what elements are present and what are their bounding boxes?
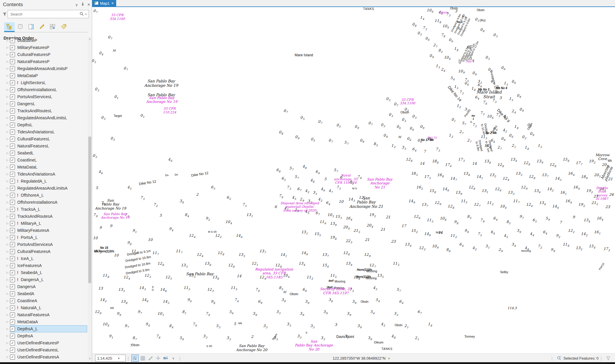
layer-visibility-checkbox[interactable]: ✓ — [10, 66, 15, 71]
layer-row[interactable]: ▷✓!IceA_L — [0, 255, 88, 262]
layer-visibility-checkbox[interactable]: ✓ — [10, 151, 15, 156]
layer-row[interactable]: ▷✓!LightSectorsL — [0, 79, 88, 86]
expander-icon[interactable]: ▷ — [6, 313, 9, 316]
north-arrow-icon[interactable]: N — [163, 355, 169, 361]
filter-icon[interactable] — [2, 11, 8, 17]
scale-dropdown-icon[interactable]: ▾ — [112, 357, 125, 360]
layer-row[interactable]: ▷✓!SeabedA_L — [0, 269, 88, 276]
expander-icon[interactable]: ▷ — [6, 95, 9, 98]
layer-row[interactable]: ▷✓RegulatedAreasAndLimitsP — [0, 65, 88, 72]
expander-icon[interactable]: ▷ — [6, 159, 9, 161]
layer-visibility-checkbox[interactable]: ✓ — [10, 94, 15, 99]
layer-row[interactable]: ▷✓MilitaryFeaturesA — [0, 227, 88, 234]
layer-visibility-checkbox[interactable]: ✓ — [10, 235, 15, 240]
tab-close-icon[interactable]: × — [111, 1, 114, 6]
list-by-editing-button[interactable] — [37, 22, 47, 31]
layer-row[interactable]: ▷✓PortsAndServicesA — [0, 241, 88, 248]
snapping-toggle-icon[interactable] — [131, 355, 138, 362]
layer-visibility-checkbox[interactable]: ✓ — [10, 115, 15, 120]
expander-icon[interactable]: ▷ — [6, 250, 9, 253]
layer-visibility-checkbox[interactable]: ✓ — [10, 249, 15, 254]
scale-combobox[interactable]: 1:14,425 ▾ — [95, 355, 126, 362]
layer-visibility-checkbox[interactable]: ✓ — [10, 179, 15, 184]
layer-row[interactable]: ▷✓MetaDataP — [0, 72, 88, 79]
list-by-labeling-button[interactable] — [58, 22, 69, 31]
layer-visibility-checkbox[interactable]: ✓ — [10, 207, 15, 212]
expander-icon[interactable]: ▷ — [6, 236, 9, 239]
layer-row[interactable]: ▷✓CulturalFeaturesA — [0, 248, 88, 255]
layer-row[interactable]: ▷✓MetaDataA — [0, 318, 88, 325]
search-icon[interactable] — [80, 12, 84, 17]
layer-visibility-checkbox[interactable]: ✓ — [10, 73, 15, 78]
zoom-to-selection-icon[interactable] — [556, 355, 562, 361]
layer-row[interactable]: ▷✓OffshoreInstallationsL — [0, 86, 88, 93]
layer-row[interactable]: ▷✓IceFeaturesA — [0, 262, 88, 269]
search-options-chevron-icon[interactable]: ∨ — [85, 13, 87, 16]
layer-visibility-checkbox[interactable]: ✓ — [10, 137, 15, 142]
layer-row[interactable]: ▷✓TracksAndRoutesL — [0, 107, 88, 114]
layer-row[interactable]: ▷✓CulturalFeaturesP — [0, 51, 88, 58]
layer-row[interactable]: ▷✓CulturalFeaturesL — [0, 135, 88, 142]
expander-icon[interactable]: ▷ — [6, 334, 9, 337]
expander-icon[interactable]: ▷ — [6, 292, 9, 295]
expander-icon[interactable]: ▷ — [6, 356, 9, 358]
expander-icon[interactable]: ▷ — [6, 208, 9, 211]
expander-icon[interactable]: ▷ — [6, 229, 9, 232]
expander-icon[interactable]: ▷ — [6, 243, 9, 246]
layer-row[interactable]: ▷✓SeabedL — [0, 149, 88, 157]
expander-icon[interactable]: ▷ — [6, 285, 9, 288]
status-more-chevron-icon[interactable]: ∨ — [170, 355, 177, 361]
expander-icon[interactable]: ▷ — [6, 39, 9, 42]
map-canvas[interactable]: 0707040303070103010303070507050907080905… — [92, 7, 615, 353]
layer-visibility-checkbox[interactable]: ✓ — [10, 200, 15, 205]
coords-dropdown-icon[interactable]: ∨ — [388, 357, 390, 360]
layer-row[interactable]: ▷✓PortsAndServicesL — [0, 93, 88, 100]
expander-icon[interactable]: ▷ — [6, 180, 9, 183]
layer-visibility-checkbox[interactable]: ✓ — [10, 334, 15, 339]
layer-row[interactable]: ▷✓CoastlineL — [0, 157, 88, 164]
expander-icon[interactable]: ▷ — [6, 152, 9, 154]
layer-row[interactable]: ▷✓DepthsA_L — [0, 325, 88, 332]
scroll-up-icon[interactable]: ∧ — [88, 37, 92, 41]
layer-row[interactable]: ▷✓TracksAndRoutesA — [0, 213, 88, 220]
expander-icon[interactable]: ▷ — [6, 201, 9, 204]
layer-visibility-checkbox[interactable]: ✓ — [10, 38, 15, 43]
layer-visibility-checkbox[interactable]: ✓ — [10, 165, 15, 170]
layer-row[interactable]: ▷✓UserDefinedFeaturesA — [0, 353, 88, 360]
layer-row[interactable]: ▷✓OffshoreInstallationsA — [0, 199, 88, 206]
layer-visibility-checkbox[interactable]: ✓ — [10, 242, 15, 247]
layer-row[interactable]: ▷✓TidesAndVariationsA — [0, 171, 88, 178]
layer-row[interactable]: ▷✓!PortsA_L — [0, 234, 88, 241]
layer-visibility-checkbox[interactable]: ✓ — [10, 348, 15, 353]
expander-icon[interactable]: ▷ — [6, 166, 9, 169]
expander-icon[interactable]: ▷ — [6, 271, 9, 274]
layer-row[interactable]: ▷✓SeabedA — [0, 290, 88, 297]
layer-visibility-checkbox[interactable]: ✓ — [10, 326, 15, 331]
layer-row[interactable]: ▷✓RegulatedAreasAndLimitsL — [0, 114, 88, 121]
layer-visibility-checkbox[interactable]: ✓ — [10, 193, 15, 198]
layer-visibility-checkbox[interactable]: ✓ — [10, 256, 15, 261]
scrollbar-thumb[interactable] — [88, 137, 91, 283]
expander-icon[interactable]: ▷ — [6, 46, 9, 49]
layer-visibility-checkbox[interactable]: ✓ — [10, 263, 15, 268]
layer-visibility-checkbox[interactable]: ✓ — [10, 52, 15, 57]
pin-icon[interactable] — [81, 2, 85, 7]
expander-icon[interactable]: ▷ — [6, 173, 9, 176]
expander-icon[interactable]: ▷ — [6, 109, 9, 112]
crosshair-icon[interactable] — [155, 355, 161, 361]
layer-visibility-checkbox[interactable]: ✓ — [10, 123, 15, 127]
layer-visibility-checkbox[interactable]: ✓ — [10, 158, 15, 163]
layer-row[interactable]: ▷✓NaturalFeaturesP — [0, 58, 88, 65]
layer-visibility-checkbox[interactable]: ✓ — [10, 101, 15, 106]
layer-visibility-checkbox[interactable]: ✓ — [10, 144, 15, 149]
list-by-data-source-button[interactable] — [15, 22, 26, 31]
layer-list-scrollbar[interactable]: ∧ ∨ — [88, 37, 92, 360]
close-icon[interactable]: × — [87, 2, 90, 7]
expander-icon[interactable]: ▷ — [6, 123, 9, 126]
layer-row[interactable]: ▷✓CoastlineP — [0, 37, 88, 44]
expander-icon[interactable]: ▷ — [6, 187, 9, 190]
layer-visibility-checkbox[interactable]: ✓ — [10, 45, 15, 50]
layer-row[interactable]: ▷✓DangersA — [0, 283, 88, 290]
layer-visibility-checkbox[interactable]: ✓ — [10, 270, 15, 275]
layer-row[interactable]: ▷✓MilitaryFeaturesP — [0, 44, 88, 51]
